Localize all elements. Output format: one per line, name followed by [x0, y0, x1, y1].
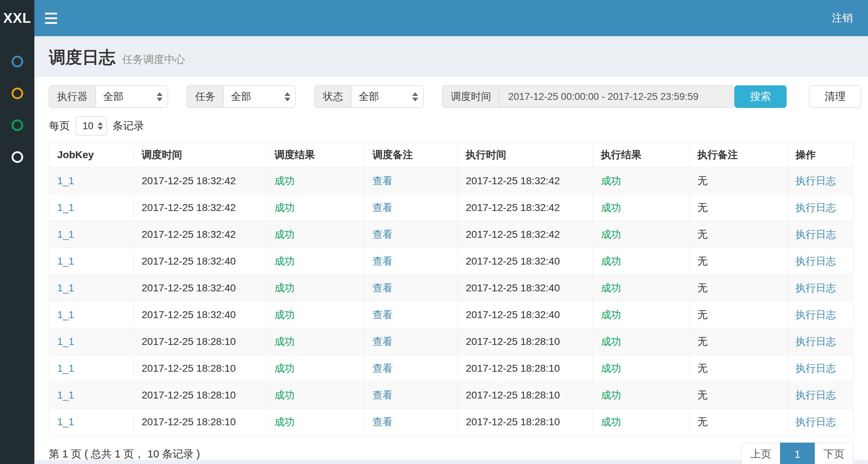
view-remark-link[interactable]: 查看 [372, 363, 393, 374]
view-remark-link[interactable]: 查看 [372, 336, 393, 347]
sched-result-cell: 成功 [266, 409, 364, 435]
exec-remark-cell: 无 [689, 382, 787, 409]
sidebar-item-4[interactable] [0, 141, 34, 173]
sched-time-cell: 2017-12-25 18:28:10 [134, 409, 266, 435]
hamburger-icon [45, 13, 57, 24]
jobkey-link[interactable]: 1_1 [57, 256, 74, 267]
sched-remark-cell: 查看 [365, 248, 458, 275]
sched-result-cell: 成功 [266, 328, 364, 355]
sched-time-cell: 2017-12-25 18:32:42 [134, 221, 266, 248]
job-select-value: 全部 [231, 90, 251, 104]
sched-time-cell: 2017-12-25 18:32:40 [134, 248, 266, 275]
logout-link[interactable]: 注销 [832, 11, 853, 25]
jobkey-cell: 1_1 [49, 275, 134, 301]
sched-result-cell: 成功 [266, 355, 364, 382]
pagination: 上页 1 下页 [741, 443, 854, 464]
jobkey-link[interactable]: 1_1 [57, 229, 74, 240]
filter-bar: 执行器 全部 任务 全部 状态 全部 [49, 85, 854, 108]
job-filter-group: 任务 全部 [187, 85, 296, 108]
exec-time-cell: 2017-12-25 18:32:40 [458, 301, 593, 328]
action-cell: 执行日志 [787, 194, 853, 221]
exec-time-cell: 2017-12-25 18:28:10 [458, 409, 593, 435]
app-window: XXL 注销 调度日志 任务调度中心 执行器 全部 [0, 0, 868, 464]
sched-remark-cell: 查看 [365, 328, 458, 355]
sched-time-cell: 2017-12-25 18:28:10 [134, 328, 266, 355]
exec-time-cell: 2017-12-25 18:32:42 [458, 168, 593, 194]
table-footer: 第 1 页 ( 总共 1 页， 10 条记录 ) 上页 1 下页 [49, 443, 854, 464]
sidebar-item-2[interactable] [0, 77, 34, 109]
jobkey-link[interactable]: 1_1 [57, 175, 74, 186]
log-table-body: 1_1 2017-12-25 18:32:42 成功 查看 2017-12-25… [49, 168, 854, 435]
search-button[interactable]: 搜索 [734, 85, 787, 108]
pagination-page-1[interactable]: 1 [780, 443, 815, 464]
pagination-next-button[interactable]: 下页 [814, 443, 854, 464]
table-row: 1_1 2017-12-25 18:32:40 成功 查看 2017-12-25… [49, 301, 854, 328]
exec-log-link[interactable]: 执行日志 [796, 175, 836, 186]
executor-filter-label: 执行器 [49, 85, 96, 108]
sched-time-cell: 2017-12-25 18:28:10 [134, 382, 266, 409]
sidebar-toggle-button[interactable] [34, 0, 68, 36]
exec-time-cell: 2017-12-25 18:28:10 [458, 328, 593, 355]
page-size-select[interactable]: 10 [76, 117, 107, 135]
app-logo[interactable]: XXL [0, 0, 34, 36]
circle-outline-icon [12, 119, 23, 131]
content-header: 调度日志 任务调度中心 [34, 36, 868, 77]
jobkey-link[interactable]: 1_1 [57, 363, 74, 374]
action-cell: 执行日志 [787, 221, 853, 248]
clear-button[interactable]: 清理 [809, 85, 861, 108]
table-row: 1_1 2017-12-25 18:28:10 成功 查看 2017-12-25… [49, 409, 854, 435]
status-select[interactable]: 全部 [351, 85, 424, 108]
sched-time-cell: 2017-12-25 18:28:10 [134, 355, 266, 382]
sched-remark-cell: 查看 [365, 194, 458, 221]
exec-result-cell: 成功 [593, 275, 690, 301]
jobkey-link[interactable]: 1_1 [57, 202, 74, 213]
exec-result-cell: 成功 [593, 328, 690, 355]
exec-remark-cell: 无 [689, 194, 787, 221]
exec-log-link[interactable]: 执行日志 [796, 256, 836, 267]
action-cell: 执行日志 [787, 328, 853, 355]
action-cell: 执行日志 [787, 355, 853, 382]
table-row: 1_1 2017-12-25 18:32:42 成功 查看 2017-12-25… [49, 221, 854, 248]
view-remark-link[interactable]: 查看 [372, 309, 393, 320]
schedule-time-range-input[interactable] [499, 85, 734, 108]
sidebar-menu [0, 46, 34, 173]
jobkey-link[interactable]: 1_1 [57, 282, 74, 294]
action-cell: 执行日志 [787, 168, 853, 194]
view-remark-link[interactable]: 查看 [372, 416, 393, 427]
view-remark-link[interactable]: 查看 [372, 202, 393, 213]
sched-result-cell: 成功 [266, 194, 364, 221]
executor-select[interactable]: 全部 [96, 85, 168, 108]
exec-log-link[interactable]: 执行日志 [796, 363, 836, 374]
sched-remark-cell: 查看 [365, 355, 458, 382]
exec-remark-cell: 无 [689, 355, 787, 382]
jobkey-link[interactable]: 1_1 [57, 309, 74, 320]
exec-log-link[interactable]: 执行日志 [796, 202, 836, 213]
exec-time-cell: 2017-12-25 18:32:42 [458, 194, 593, 221]
sidebar-item-3[interactable] [0, 109, 34, 141]
executor-select-value: 全部 [103, 90, 123, 104]
exec-result-cell: 成功 [593, 248, 690, 275]
exec-log-link[interactable]: 执行日志 [796, 282, 836, 294]
exec-log-link[interactable]: 执行日志 [796, 229, 836, 240]
page-size-value: 10 [83, 121, 93, 132]
table-row: 1_1 2017-12-25 18:28:10 成功 查看 2017-12-25… [49, 355, 854, 382]
job-select[interactable]: 全部 [223, 85, 296, 108]
view-remark-link[interactable]: 查看 [372, 282, 393, 294]
exec-log-link[interactable]: 执行日志 [796, 336, 836, 347]
exec-log-link[interactable]: 执行日志 [796, 389, 836, 401]
jobkey-link[interactable]: 1_1 [57, 389, 74, 401]
exec-log-link[interactable]: 执行日志 [796, 309, 836, 320]
exec-log-link[interactable]: 执行日志 [796, 416, 836, 427]
jobkey-cell: 1_1 [49, 355, 134, 382]
view-remark-link[interactable]: 查看 [372, 175, 393, 186]
exec-remark-cell: 无 [689, 248, 787, 275]
view-remark-link[interactable]: 查看 [372, 256, 393, 267]
view-remark-link[interactable]: 查看 [372, 229, 393, 240]
sidebar-item-1[interactable] [0, 46, 34, 77]
jobkey-link[interactable]: 1_1 [57, 416, 74, 427]
pagination-prev-button[interactable]: 上页 [741, 443, 780, 464]
circle-outline-icon [12, 151, 23, 163]
jobkey-link[interactable]: 1_1 [57, 336, 74, 347]
view-remark-link[interactable]: 查看 [372, 389, 393, 401]
status-select-value: 全部 [359, 90, 379, 104]
